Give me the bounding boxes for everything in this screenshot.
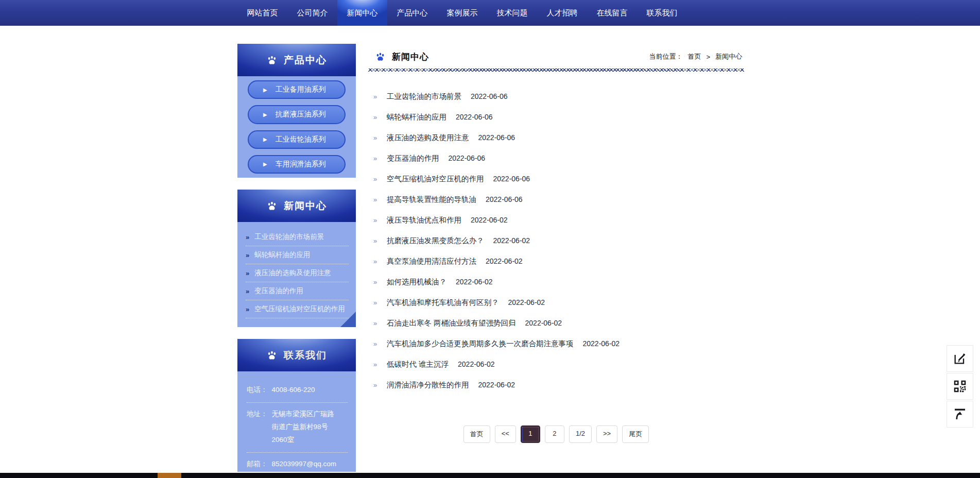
news-row[interactable]: » 如何选用机械油？ 2022-06-02 [373, 271, 744, 292]
news-row[interactable]: » 石油走出寒冬 两桶油业绩有望强势回归 2022-06-02 [373, 313, 744, 333]
news-date: 2022-06-02 [525, 319, 562, 327]
product-section-title: 产品中心 [284, 54, 327, 67]
contact-section-header: 联系我们 [237, 339, 356, 371]
phone-label: 电话： [247, 383, 268, 396]
news-row[interactable]: » 蜗轮蜗杆油的应用 2022-06-06 [373, 107, 744, 127]
sidebar-news-link[interactable]: » 工业齿轮油的市场前景 [246, 228, 349, 246]
address-line: 无锡市梁溪区广瑞路 [272, 407, 335, 420]
page-title-group: 新闻中心 [368, 51, 429, 63]
top-nav: 网站首页 公司简介 新闻中心 产品中心 案例展示 技术问题 人才招聘 [0, 0, 980, 26]
news-row[interactable]: » 工业齿轮油的市场前景 2022-06-06 [373, 86, 744, 107]
sidebar-news-link[interactable]: » 蜗轮蜗杆油的应用 [246, 246, 349, 264]
product-category-button[interactable]: ▶ 抗磨液压油系列 [248, 105, 346, 124]
double-chevron-icon: » [246, 251, 249, 259]
news-title-link[interactable]: 工业齿轮油的市场前景 [387, 92, 461, 101]
news-date: 2022-06-06 [478, 133, 515, 142]
paw-icon [375, 52, 386, 62]
sidebar-news-link[interactable]: » 变压器油的作用 [246, 282, 349, 300]
news-title-link[interactable]: 液压导轨油优点和作用 [387, 215, 461, 225]
qrcode-icon [952, 379, 968, 394]
news-row[interactable]: » 变压器油的作用 2022-06-06 [373, 148, 744, 168]
contact-phone-row: 电话： 4008-606-220 [247, 379, 348, 403]
sidebar-news-link[interactable]: » 空气压缩机油对空压机的作用 [246, 300, 349, 318]
address-value: 无锡市梁溪区广瑞路 街道广益新村98号 2060室 [272, 407, 335, 446]
nav-item[interactable]: 人才招聘 [537, 0, 587, 26]
double-chevron-icon: » [373, 361, 381, 368]
email-value: 852039997@qq.com [272, 457, 337, 470]
triangle-icon: ▶ [263, 87, 267, 93]
news-title-link[interactable]: 如何选用机械油？ [387, 277, 446, 287]
product-category-button[interactable]: ▶ 车用润滑油系列 [248, 155, 346, 174]
news-title-link[interactable]: 蜗轮蜗杆油的应用 [387, 112, 446, 122]
news-title-link[interactable]: 空气压缩机油对空压机的作用 [387, 174, 484, 184]
pagination-page-button[interactable]: 1 [521, 425, 540, 443]
product-section-header: 产品中心 [237, 44, 356, 76]
news-date: 2022-06-02 [493, 236, 530, 245]
nav-item[interactable]: 新闻中心 [337, 0, 387, 26]
double-chevron-icon: » [373, 175, 381, 183]
news-row[interactable]: » 液压导轨油优点和作用 2022-06-02 [373, 210, 744, 230]
double-chevron-icon: » [246, 233, 249, 241]
news-title-link[interactable]: 变压器油的作用 [387, 153, 439, 163]
news-title-link[interactable]: 石油走出寒冬 两桶油业绩有望强势回归 [387, 318, 516, 328]
qrcode-button[interactable] [947, 373, 973, 400]
sidebar-news-link[interactable]: » 液压油的选购及使用注意 [246, 264, 349, 282]
news-title-link[interactable]: 抗磨液压油发黑变质怎么办？ [387, 236, 484, 246]
double-chevron-icon: » [373, 340, 381, 348]
news-row[interactable]: » 提高导轨装置性能的导轨油 2022-06-06 [373, 189, 744, 210]
nav-item[interactable]: 在线留言 [587, 0, 637, 26]
news-row[interactable]: » 汽车机油加多少合适更换周期多久换一次磨合期注意事项 2022-06-02 [373, 333, 744, 354]
sidebar-news-list: » 工业齿轮油的市场前景 » 蜗轮蜗杆油的应用 » 液压油的选购及使用注意 » … [237, 222, 356, 327]
breadcrumb-home-link[interactable]: 首页 [687, 52, 701, 61]
news-title-link[interactable]: 提高导轨装置性能的导轨油 [387, 195, 476, 204]
floating-toolbar [947, 345, 973, 428]
pagination-first-button[interactable]: 首页 [463, 425, 490, 443]
news-date: 2022-06-02 [508, 298, 545, 306]
news-date: 2022-06-02 [458, 360, 495, 368]
news-title-link[interactable]: 液压油的选购及使用注意 [387, 133, 469, 143]
news-row[interactable]: » 润滑油清净分散性的作用 2022-06-02 [373, 374, 744, 395]
news-row[interactable]: » 低碳时代 谁主沉浮 2022-06-02 [373, 354, 744, 374]
pagination-next-button[interactable]: >> [596, 425, 617, 443]
triangle-icon: ▶ [263, 112, 267, 117]
nav-item-label: 人才招聘 [547, 8, 578, 17]
news-date: 2022-06-06 [486, 195, 523, 203]
pagination-prev-button[interactable]: << [495, 425, 516, 443]
nav-item-label: 联系我们 [647, 8, 678, 17]
page-title: 新闻中心 [392, 51, 429, 63]
product-category-button[interactable]: ▶ 工业备用油系列 [248, 80, 346, 99]
feedback-button[interactable] [947, 345, 973, 372]
news-row[interactable]: » 汽车机油和摩托车机油有何区别？ 2022-06-02 [373, 292, 744, 313]
double-chevron-icon: » [246, 269, 249, 277]
nav-item[interactable]: 技术问题 [487, 0, 537, 26]
breadcrumb-current: 新闻中心 [715, 52, 742, 61]
pagination-page-button[interactable]: 2 [545, 425, 564, 443]
news-title-link[interactable]: 润滑油清净分散性的作用 [387, 380, 469, 390]
pagination-last-button[interactable]: 尾页 [622, 425, 649, 443]
phone-value: 4008-606-220 [272, 383, 315, 396]
news-date: 2022-06-06 [449, 154, 486, 162]
nav-item[interactable]: 网站首页 [237, 0, 287, 26]
news-date: 2022-06-02 [583, 339, 620, 348]
double-chevron-icon: » [373, 93, 381, 100]
triangle-icon: ▶ [263, 136, 267, 142]
news-date: 2022-06-02 [456, 278, 493, 286]
nav-item[interactable]: 案例展示 [437, 0, 487, 26]
product-category-button[interactable]: ▶ 工业齿轮油系列 [248, 130, 346, 149]
nav-item[interactable]: 联系我们 [637, 0, 687, 26]
news-row[interactable]: » 空气压缩机油对空压机的作用 2022-06-06 [373, 168, 744, 189]
news-row[interactable]: » 抗磨液压油发黑变质怎么办？ 2022-06-02 [373, 230, 744, 251]
main-content: 新闻中心 当前位置： 首页 > 新闻中心 » 工业齿轮油的市场前景 2022-0… [368, 26, 744, 473]
nav-item[interactable]: 产品中心 [387, 0, 437, 26]
news-title-link[interactable]: 汽车机油加多少合适更换周期多久换一次磨合期注意事项 [387, 339, 574, 349]
double-chevron-icon: » [373, 278, 381, 286]
news-title-link[interactable]: 汽车机油和摩托车机油有何区别？ [387, 298, 499, 308]
nav-item[interactable]: 公司简介 [287, 0, 337, 26]
back-to-top-button[interactable] [947, 401, 973, 428]
news-title-link[interactable]: 低碳时代 谁主沉浮 [387, 360, 449, 369]
footer-accent [158, 473, 181, 478]
news-title-link[interactable]: 真空泵油使用清洁应付方法 [387, 257, 476, 266]
news-row[interactable]: » 液压油的选购及使用注意 2022-06-06 [373, 127, 744, 148]
news-date: 2022-06-06 [456, 113, 493, 121]
news-row[interactable]: » 真空泵油使用清洁应付方法 2022-06-02 [373, 251, 744, 271]
